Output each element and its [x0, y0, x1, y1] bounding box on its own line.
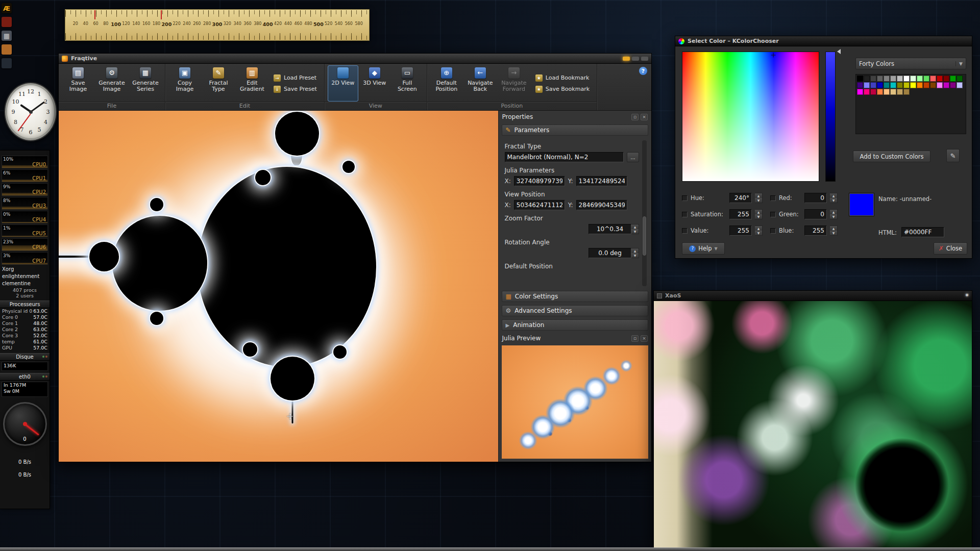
- launcher-app-red-icon[interactable]: [2, 17, 12, 27]
- palette-color[interactable]: [877, 76, 883, 82]
- blue-spinner[interactable]: ▲▼: [830, 226, 838, 236]
- value-input[interactable]: [729, 226, 752, 236]
- spin-up-icon[interactable]: ▲: [631, 248, 639, 253]
- save-preset-button[interactable]: ↓Save Preset: [274, 86, 317, 93]
- julia-x-input[interactable]: [514, 176, 565, 186]
- hue-input[interactable]: [729, 193, 752, 203]
- spin-down-icon[interactable]: ▼: [631, 229, 639, 234]
- palette-color[interactable]: [870, 82, 876, 88]
- palette-color[interactable]: [930, 76, 936, 82]
- palette-color[interactable]: [910, 82, 916, 88]
- hue-spinner[interactable]: ▲▼: [755, 193, 763, 203]
- palette-color[interactable]: [857, 89, 863, 95]
- palette-color[interactable]: [890, 89, 896, 95]
- xaos-fractal-view[interactable]: [654, 301, 972, 549]
- fraqtive-titlebar[interactable]: Fraqtive: [59, 54, 651, 64]
- value-radio[interactable]: [682, 228, 688, 234]
- fractal-type-more-button[interactable]: ...: [627, 152, 639, 162]
- full-screen-button[interactable]: ▭Full Screen: [391, 65, 424, 102]
- close-button[interactable]: [641, 57, 648, 61]
- palette-color[interactable]: [937, 76, 943, 82]
- analog-clock[interactable]: 123456789101112: [5, 83, 56, 140]
- red-spinner[interactable]: ▲▼: [830, 193, 838, 203]
- view-y-input[interactable]: [576, 200, 627, 210]
- green-spinner[interactable]: ▲▼: [830, 209, 838, 219]
- add-custom-colors-button[interactable]: Add to Custom Colors: [853, 151, 930, 162]
- navigate-back-button[interactable]: ←Navigate Back: [464, 65, 497, 102]
- julia-preview[interactable]: [502, 345, 648, 459]
- blue-input[interactable]: [804, 226, 827, 236]
- screen-ruler[interactable]: 2040608010012014016018020022024026028030…: [65, 9, 370, 41]
- palette-color[interactable]: [884, 82, 890, 88]
- system-monitor[interactable]: 10%CPU06%CPU19%CPU28%CPU30%CPU41%CPU523%…: [0, 150, 50, 509]
- whats-this-button[interactable]: ?: [639, 67, 647, 75]
- red-input[interactable]: [804, 193, 827, 203]
- parameters-scrollbar[interactable]: [642, 140, 647, 286]
- panel-float-icon[interactable]: ▫: [631, 335, 639, 342]
- palette-color[interactable]: [957, 76, 963, 82]
- section-animation[interactable]: ▶ Animation: [502, 319, 648, 331]
- view-x-input[interactable]: [514, 200, 565, 210]
- fractal-view-2d[interactable]: [59, 111, 498, 462]
- palette-color[interactable]: [897, 89, 903, 95]
- panel-close-icon[interactable]: ×: [641, 114, 648, 120]
- palette-color[interactable]: [950, 76, 956, 82]
- palette-color[interactable]: [890, 76, 896, 82]
- palette-color[interactable]: [903, 76, 910, 82]
- palette-color[interactable]: [864, 89, 870, 95]
- save-bookmark-button[interactable]: ★Save Bookmark: [535, 86, 590, 93]
- section-advanced-settings[interactable]: ⚙ Advanced Settings: [502, 305, 648, 316]
- palette-color[interactable]: [917, 82, 923, 88]
- green-input[interactable]: [804, 209, 827, 219]
- generate-image-button[interactable]: ⚙Generate Image: [95, 65, 128, 102]
- value-spinner[interactable]: ▲▼: [755, 226, 763, 236]
- launcher-app-hand-icon[interactable]: [2, 44, 12, 55]
- maximize-button[interactable]: [632, 57, 639, 61]
- julia-y-input[interactable]: [576, 176, 627, 186]
- palette-color[interactable]: [870, 89, 876, 95]
- palette-color[interactable]: [917, 76, 923, 82]
- spin-down-icon[interactable]: ▼: [631, 253, 639, 258]
- section-parameters[interactable]: ✎ Parameters: [502, 124, 648, 136]
- saturation-radio[interactable]: [682, 212, 688, 217]
- palette-color[interactable]: [884, 89, 890, 95]
- saturation-input[interactable]: [729, 209, 752, 219]
- value-slider[interactable]: [825, 52, 836, 182]
- palette-color[interactable]: [877, 82, 883, 88]
- palette-color[interactable]: [864, 82, 870, 88]
- kcolorchooser-titlebar[interactable]: Select Color – KColorChooser: [675, 36, 972, 46]
- palette-color[interactable]: [864, 76, 870, 82]
- zoom-factor-input[interactable]: [589, 224, 631, 234]
- palette-color[interactable]: [910, 76, 916, 82]
- blue-radio[interactable]: [770, 228, 776, 234]
- palette-color[interactable]: [930, 82, 936, 88]
- green-radio[interactable]: [770, 212, 776, 217]
- launcher-app-dark-icon[interactable]: [2, 58, 12, 68]
- bottom-shelf[interactable]: [0, 547, 980, 551]
- saturation-spinner[interactable]: ▲▼: [755, 209, 763, 219]
- rotation-spinner[interactable]: ▲▼: [631, 248, 639, 258]
- xaos-window[interactable]: XaoS *: [653, 290, 972, 550]
- edit-gradient-button[interactable]: ▥Edit Gradient: [236, 65, 268, 102]
- palette-color[interactable]: [923, 82, 929, 88]
- copy-image-button[interactable]: ▣Copy Image: [168, 65, 201, 102]
- panel-float-icon[interactable]: ▫: [631, 114, 639, 120]
- palette-color[interactable]: [937, 82, 943, 88]
- fraqtive-window[interactable]: Fraqtive ▤Save Image⚙Generate Image▦Gene…: [58, 53, 652, 462]
- palette-color[interactable]: [857, 76, 863, 82]
- kcolorchooser-window[interactable]: Select Color – KColorChooser Forty Color…: [675, 36, 972, 259]
- palette-color[interactable]: [877, 89, 883, 95]
- rotation-angle-input[interactable]: [589, 248, 631, 258]
- hsv-color-square[interactable]: [682, 52, 819, 182]
- palette-color[interactable]: [957, 82, 963, 88]
- palette-color[interactable]: [890, 82, 896, 88]
- load-bookmark-button[interactable]: ★Load Bookmark: [535, 74, 590, 82]
- palette-color[interactable]: [903, 89, 910, 95]
- close-dialog-button[interactable]: ✗ Close: [934, 242, 967, 255]
- scrollbar-thumb[interactable]: [643, 216, 646, 256]
- fractal-type-combo[interactable]: [505, 152, 624, 162]
- palette-color[interactable]: [943, 82, 949, 88]
- launcher-app-gray-icon[interactable]: ▦: [2, 31, 12, 41]
- palette-color[interactable]: [857, 82, 863, 88]
- panel-close-icon[interactable]: ×: [641, 335, 648, 342]
